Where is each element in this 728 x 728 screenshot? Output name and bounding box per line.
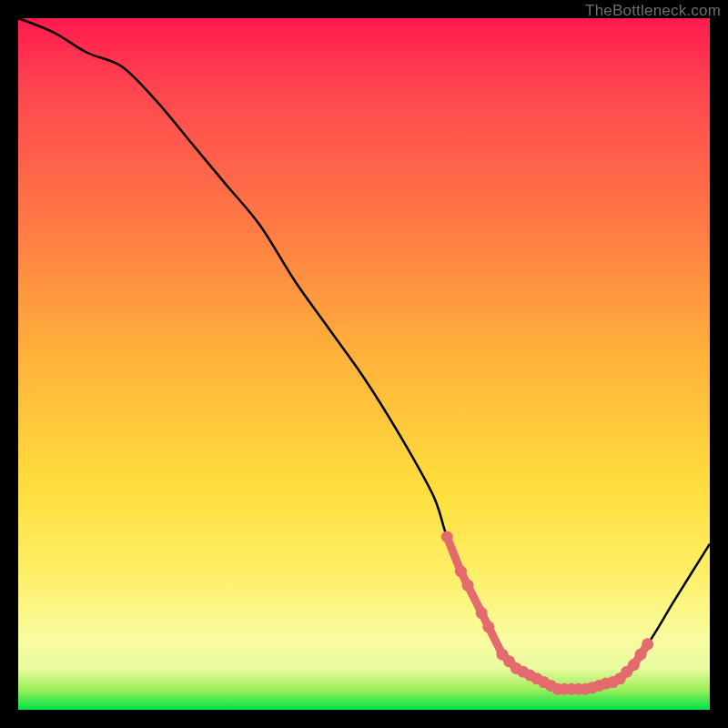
optimal-range-point: [642, 638, 653, 650]
optimal-range-point: [455, 566, 467, 578]
plot-area: [18, 18, 710, 710]
optimal-range-point: [635, 649, 647, 661]
optimal-range-point: [482, 621, 494, 632]
optimal-range-point: [441, 531, 453, 543]
chart-svg: [18, 18, 710, 710]
bottleneck-curve: [18, 18, 710, 690]
optimal-range-point: [628, 659, 640, 671]
watermark-text: TheBottleneck.com: [585, 2, 721, 20]
optimal-range-point: [462, 580, 474, 592]
optimal-range-point: [476, 607, 488, 619]
chart-frame: TheBottleneck.com: [0, 0, 728, 728]
